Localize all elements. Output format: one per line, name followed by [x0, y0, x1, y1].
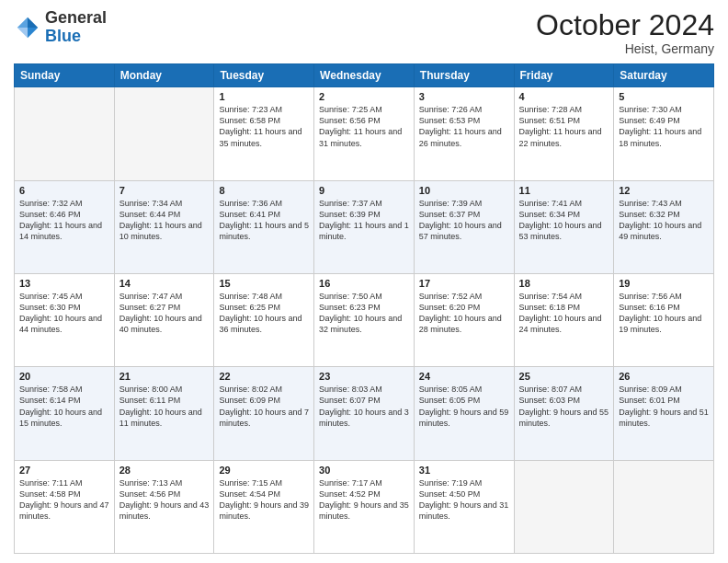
daylight-label: Daylight: 9 hours and 59 minutes.	[419, 408, 509, 428]
day-info: Sunrise: 7:30 AMSunset: 6:49 PMDaylight:…	[619, 104, 709, 149]
sunset-label: Sunset: 4:54 PM	[219, 489, 280, 499]
day-number: 27	[19, 465, 109, 476]
day-number: 22	[219, 371, 309, 382]
calendar-cell: 17Sunrise: 7:52 AMSunset: 6:20 PMDayligh…	[414, 273, 514, 366]
day-number: 19	[619, 278, 709, 289]
sunset-label: Sunset: 6:49 PM	[619, 116, 680, 125]
calendar-cell: 11Sunrise: 7:41 AMSunset: 6:34 PMDayligh…	[514, 180, 614, 273]
daylight-label: Daylight: 10 hours and 19 minutes.	[619, 314, 701, 334]
sunset-label: Sunset: 6:32 PM	[619, 210, 680, 219]
sunrise-label: Sunrise: 7:43 AM	[619, 199, 682, 208]
calendar-cell: 2Sunrise: 7:25 AMSunset: 6:56 PMDaylight…	[314, 87, 415, 180]
daylight-label: Daylight: 9 hours and 39 minutes.	[219, 500, 309, 521]
sunrise-label: Sunrise: 8:09 AM	[619, 385, 682, 394]
day-header-tuesday: Tuesday	[214, 64, 314, 87]
day-info: Sunrise: 7:32 AMSunset: 6:46 PMDaylight:…	[19, 198, 109, 243]
sunset-label: Sunset: 4:56 PM	[119, 489, 181, 499]
daylight-label: Daylight: 10 hours and 3 minutes.	[319, 408, 409, 428]
calendar-week-row: 20Sunrise: 7:58 AMSunset: 6:14 PMDayligh…	[15, 367, 714, 460]
sunset-label: Sunset: 6:11 PM	[119, 396, 181, 405]
sunset-label: Sunset: 6:14 PM	[19, 396, 81, 405]
sunrise-label: Sunrise: 7:45 AM	[19, 292, 83, 301]
header: General Blue October 2024 Heist, Germany	[14, 9, 714, 56]
sunrise-label: Sunrise: 8:07 AM	[519, 385, 583, 394]
daylight-label: Daylight: 10 hours and 49 minutes.	[619, 221, 701, 241]
calendar-cell: 20Sunrise: 7:58 AMSunset: 6:14 PMDayligh…	[15, 367, 115, 460]
calendar-cell	[514, 460, 614, 553]
sunset-label: Sunset: 6:09 PM	[219, 396, 280, 405]
daylight-label: Daylight: 11 hours and 5 minutes.	[219, 221, 309, 241]
location: Heist, Germany	[536, 41, 714, 56]
sunset-label: Sunset: 6:27 PM	[119, 303, 181, 312]
sunrise-label: Sunrise: 7:58 AM	[19, 385, 83, 394]
day-info: Sunrise: 7:39 AMSunset: 6:37 PMDaylight:…	[419, 198, 509, 243]
day-info: Sunrise: 7:58 AMSunset: 6:14 PMDaylight:…	[19, 384, 109, 429]
sunset-label: Sunset: 6:20 PM	[419, 303, 481, 312]
day-header-saturday: Saturday	[614, 64, 714, 87]
calendar-cell: 30Sunrise: 7:17 AMSunset: 4:52 PMDayligh…	[314, 460, 415, 553]
day-info: Sunrise: 8:02 AMSunset: 6:09 PMDaylight:…	[219, 384, 309, 429]
calendar-cell: 16Sunrise: 7:50 AMSunset: 6:23 PMDayligh…	[314, 273, 415, 366]
svg-marker-0	[28, 17, 38, 28]
sunset-label: Sunset: 6:53 PM	[419, 116, 481, 125]
day-info: Sunrise: 7:11 AMSunset: 4:58 PMDaylight:…	[19, 477, 109, 523]
day-info: Sunrise: 7:17 AMSunset: 4:52 PMDaylight:…	[319, 477, 409, 523]
day-number: 4	[519, 91, 609, 102]
calendar-cell: 5Sunrise: 7:30 AMSunset: 6:49 PMDaylight…	[614, 87, 714, 180]
sunrise-label: Sunrise: 8:02 AM	[219, 385, 282, 394]
sunset-label: Sunset: 6:41 PM	[219, 210, 280, 219]
sunrise-label: Sunrise: 8:00 AM	[119, 385, 183, 394]
day-header-monday: Monday	[114, 64, 214, 87]
daylight-label: Daylight: 9 hours and 55 minutes.	[519, 408, 609, 428]
sunrise-label: Sunrise: 7:39 AM	[419, 199, 483, 208]
daylight-label: Daylight: 10 hours and 44 minutes.	[19, 314, 102, 334]
logo: General Blue	[14, 9, 107, 46]
day-info: Sunrise: 7:36 AMSunset: 6:41 PMDaylight:…	[219, 198, 309, 243]
calendar-cell: 4Sunrise: 7:28 AMSunset: 6:51 PMDaylight…	[514, 87, 614, 180]
sunset-label: Sunset: 4:58 PM	[19, 489, 81, 499]
sunrise-label: Sunrise: 7:47 AM	[119, 292, 183, 301]
sunset-label: Sunset: 6:30 PM	[19, 303, 81, 312]
calendar-cell: 31Sunrise: 7:19 AMSunset: 4:50 PMDayligh…	[414, 460, 514, 553]
day-number: 18	[519, 278, 609, 289]
calendar-cell: 9Sunrise: 7:37 AMSunset: 6:39 PMDaylight…	[314, 180, 415, 273]
title-block: October 2024 Heist, Germany	[536, 9, 714, 56]
calendar-cell: 23Sunrise: 8:03 AMSunset: 6:07 PMDayligh…	[314, 367, 415, 460]
daylight-label: Daylight: 10 hours and 40 minutes.	[119, 314, 202, 334]
sunset-label: Sunset: 4:50 PM	[419, 489, 481, 499]
day-number: 29	[219, 465, 309, 476]
daylight-label: Daylight: 10 hours and 53 minutes.	[519, 221, 602, 241]
calendar-table: SundayMondayTuesdayWednesdayThursdayFrid…	[14, 63, 714, 554]
sunrise-label: Sunrise: 7:50 AM	[319, 292, 382, 301]
calendar-cell: 3Sunrise: 7:26 AMSunset: 6:53 PMDaylight…	[414, 87, 514, 180]
calendar-cell: 27Sunrise: 7:11 AMSunset: 4:58 PMDayligh…	[15, 460, 115, 553]
sunrise-label: Sunrise: 7:41 AM	[519, 199, 583, 208]
calendar-cell: 10Sunrise: 7:39 AMSunset: 6:37 PMDayligh…	[414, 180, 514, 273]
daylight-label: Daylight: 9 hours and 47 minutes.	[19, 500, 109, 521]
day-number: 13	[19, 278, 109, 289]
day-info: Sunrise: 7:48 AMSunset: 6:25 PMDaylight:…	[219, 291, 309, 336]
day-info: Sunrise: 7:13 AMSunset: 4:56 PMDaylight:…	[119, 477, 210, 523]
day-number: 28	[119, 465, 210, 476]
day-number: 11	[519, 185, 609, 196]
calendar-cell: 18Sunrise: 7:54 AMSunset: 6:18 PMDayligh…	[514, 273, 614, 366]
day-number: 16	[319, 278, 409, 289]
month-title: October 2024	[536, 9, 714, 41]
sunset-label: Sunset: 6:05 PM	[419, 396, 481, 405]
day-number: 26	[619, 371, 709, 382]
calendar-cell: 25Sunrise: 8:07 AMSunset: 6:03 PMDayligh…	[514, 367, 614, 460]
day-info: Sunrise: 8:00 AMSunset: 6:11 PMDaylight:…	[119, 384, 210, 429]
sunrise-label: Sunrise: 7:56 AM	[619, 292, 682, 301]
calendar-week-row: 6Sunrise: 7:32 AMSunset: 6:46 PMDaylight…	[15, 180, 714, 273]
sunrise-label: Sunrise: 7:52 AM	[419, 292, 483, 301]
calendar-cell: 21Sunrise: 8:00 AMSunset: 6:11 PMDayligh…	[114, 367, 214, 460]
sunrise-label: Sunrise: 7:19 AM	[419, 478, 483, 488]
daylight-label: Daylight: 11 hours and 26 minutes.	[419, 127, 502, 147]
day-info: Sunrise: 7:34 AMSunset: 6:44 PMDaylight:…	[119, 198, 210, 243]
day-info: Sunrise: 7:28 AMSunset: 6:51 PMDaylight:…	[519, 104, 609, 149]
sunrise-label: Sunrise: 7:13 AM	[119, 478, 183, 488]
daylight-label: Daylight: 11 hours and 31 minutes.	[319, 127, 402, 147]
day-number: 6	[19, 185, 109, 196]
day-header-friday: Friday	[514, 64, 614, 87]
calendar-cell: 28Sunrise: 7:13 AMSunset: 4:56 PMDayligh…	[114, 460, 214, 553]
